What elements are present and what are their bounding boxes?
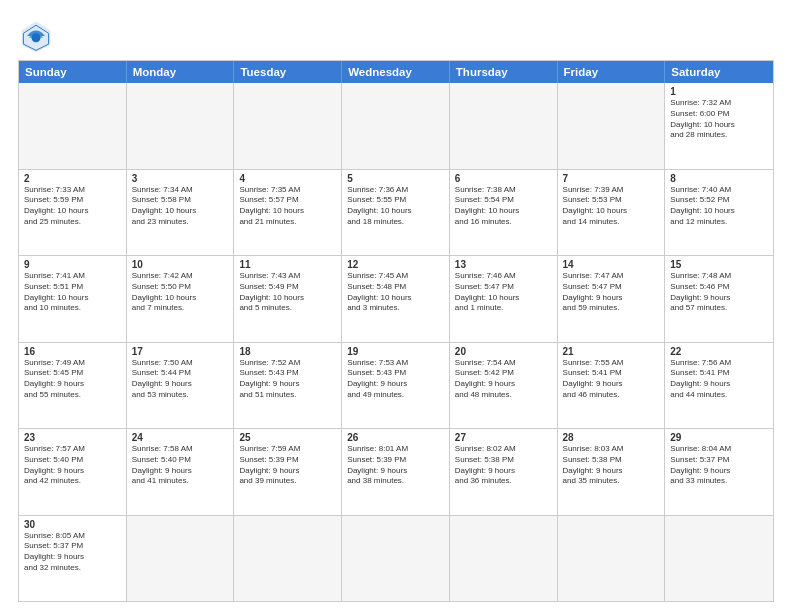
day-cell: 29Sunrise: 8:04 AM Sunset: 5:37 PM Dayli… bbox=[665, 429, 773, 515]
day-cell: 2Sunrise: 7:33 AM Sunset: 5:59 PM Daylig… bbox=[19, 170, 127, 256]
day-cell: 16Sunrise: 7:49 AM Sunset: 5:45 PM Dayli… bbox=[19, 343, 127, 429]
day-number: 8 bbox=[670, 173, 768, 184]
day-info: Sunrise: 7:50 AM Sunset: 5:44 PM Dayligh… bbox=[132, 358, 229, 401]
logo-icon bbox=[18, 18, 54, 54]
day-info: Sunrise: 7:55 AM Sunset: 5:41 PM Dayligh… bbox=[563, 358, 660, 401]
day-info: Sunrise: 7:33 AM Sunset: 5:59 PM Dayligh… bbox=[24, 185, 121, 228]
day-cell bbox=[450, 83, 558, 169]
day-number: 19 bbox=[347, 346, 444, 357]
day-info: Sunrise: 8:05 AM Sunset: 5:37 PM Dayligh… bbox=[24, 531, 121, 574]
day-cell: 20Sunrise: 7:54 AM Sunset: 5:42 PM Dayli… bbox=[450, 343, 558, 429]
calendar: SundayMondayTuesdayWednesdayThursdayFrid… bbox=[18, 60, 774, 602]
logo bbox=[18, 18, 58, 54]
day-number: 25 bbox=[239, 432, 336, 443]
day-number: 5 bbox=[347, 173, 444, 184]
day-info: Sunrise: 8:04 AM Sunset: 5:37 PM Dayligh… bbox=[670, 444, 768, 487]
day-cell bbox=[234, 83, 342, 169]
day-cell: 18Sunrise: 7:52 AM Sunset: 5:43 PM Dayli… bbox=[234, 343, 342, 429]
day-number: 4 bbox=[239, 173, 336, 184]
day-header-friday: Friday bbox=[558, 61, 666, 83]
day-cell: 13Sunrise: 7:46 AM Sunset: 5:47 PM Dayli… bbox=[450, 256, 558, 342]
day-cell: 17Sunrise: 7:50 AM Sunset: 5:44 PM Dayli… bbox=[127, 343, 235, 429]
week-row-1: 1Sunrise: 7:32 AM Sunset: 6:00 PM Daylig… bbox=[19, 83, 773, 170]
day-info: Sunrise: 7:52 AM Sunset: 5:43 PM Dayligh… bbox=[239, 358, 336, 401]
day-info: Sunrise: 7:41 AM Sunset: 5:51 PM Dayligh… bbox=[24, 271, 121, 314]
day-info: Sunrise: 8:01 AM Sunset: 5:39 PM Dayligh… bbox=[347, 444, 444, 487]
day-header-thursday: Thursday bbox=[450, 61, 558, 83]
day-cell: 11Sunrise: 7:43 AM Sunset: 5:49 PM Dayli… bbox=[234, 256, 342, 342]
day-number: 24 bbox=[132, 432, 229, 443]
day-info: Sunrise: 8:02 AM Sunset: 5:38 PM Dayligh… bbox=[455, 444, 552, 487]
day-number: 28 bbox=[563, 432, 660, 443]
calendar-grid: 1Sunrise: 7:32 AM Sunset: 6:00 PM Daylig… bbox=[19, 83, 773, 601]
day-number: 27 bbox=[455, 432, 552, 443]
week-row-3: 9Sunrise: 7:41 AM Sunset: 5:51 PM Daylig… bbox=[19, 256, 773, 343]
day-cell: 6Sunrise: 7:38 AM Sunset: 5:54 PM Daylig… bbox=[450, 170, 558, 256]
day-cell: 9Sunrise: 7:41 AM Sunset: 5:51 PM Daylig… bbox=[19, 256, 127, 342]
day-cell: 8Sunrise: 7:40 AM Sunset: 5:52 PM Daylig… bbox=[665, 170, 773, 256]
week-row-2: 2Sunrise: 7:33 AM Sunset: 5:59 PM Daylig… bbox=[19, 170, 773, 257]
day-number: 16 bbox=[24, 346, 121, 357]
day-header-wednesday: Wednesday bbox=[342, 61, 450, 83]
day-info: Sunrise: 7:42 AM Sunset: 5:50 PM Dayligh… bbox=[132, 271, 229, 314]
day-cell bbox=[234, 516, 342, 602]
day-info: Sunrise: 7:57 AM Sunset: 5:40 PM Dayligh… bbox=[24, 444, 121, 487]
week-row-6: 30Sunrise: 8:05 AM Sunset: 5:37 PM Dayli… bbox=[19, 516, 773, 602]
day-info: Sunrise: 7:54 AM Sunset: 5:42 PM Dayligh… bbox=[455, 358, 552, 401]
day-cell bbox=[19, 83, 127, 169]
day-cell: 7Sunrise: 7:39 AM Sunset: 5:53 PM Daylig… bbox=[558, 170, 666, 256]
day-info: Sunrise: 7:39 AM Sunset: 5:53 PM Dayligh… bbox=[563, 185, 660, 228]
day-number: 14 bbox=[563, 259, 660, 270]
day-number: 29 bbox=[670, 432, 768, 443]
day-info: Sunrise: 7:48 AM Sunset: 5:46 PM Dayligh… bbox=[670, 271, 768, 314]
day-cell: 26Sunrise: 8:01 AM Sunset: 5:39 PM Dayli… bbox=[342, 429, 450, 515]
day-cell: 27Sunrise: 8:02 AM Sunset: 5:38 PM Dayli… bbox=[450, 429, 558, 515]
day-number: 11 bbox=[239, 259, 336, 270]
day-headers: SundayMondayTuesdayWednesdayThursdayFrid… bbox=[19, 61, 773, 83]
day-info: Sunrise: 7:45 AM Sunset: 5:48 PM Dayligh… bbox=[347, 271, 444, 314]
day-info: Sunrise: 7:58 AM Sunset: 5:40 PM Dayligh… bbox=[132, 444, 229, 487]
day-header-monday: Monday bbox=[127, 61, 235, 83]
day-cell: 12Sunrise: 7:45 AM Sunset: 5:48 PM Dayli… bbox=[342, 256, 450, 342]
day-cell bbox=[558, 516, 666, 602]
day-number: 18 bbox=[239, 346, 336, 357]
day-number: 7 bbox=[563, 173, 660, 184]
day-cell: 3Sunrise: 7:34 AM Sunset: 5:58 PM Daylig… bbox=[127, 170, 235, 256]
week-row-4: 16Sunrise: 7:49 AM Sunset: 5:45 PM Dayli… bbox=[19, 343, 773, 430]
day-cell: 30Sunrise: 8:05 AM Sunset: 5:37 PM Dayli… bbox=[19, 516, 127, 602]
day-cell: 15Sunrise: 7:48 AM Sunset: 5:46 PM Dayli… bbox=[665, 256, 773, 342]
day-number: 20 bbox=[455, 346, 552, 357]
day-info: Sunrise: 7:53 AM Sunset: 5:43 PM Dayligh… bbox=[347, 358, 444, 401]
day-cell: 14Sunrise: 7:47 AM Sunset: 5:47 PM Dayli… bbox=[558, 256, 666, 342]
day-cell bbox=[558, 83, 666, 169]
svg-point-2 bbox=[32, 33, 41, 42]
day-cell: 1Sunrise: 7:32 AM Sunset: 6:00 PM Daylig… bbox=[665, 83, 773, 169]
day-cell bbox=[127, 83, 235, 169]
page: SundayMondayTuesdayWednesdayThursdayFrid… bbox=[0, 0, 792, 612]
day-cell: 4Sunrise: 7:35 AM Sunset: 5:57 PM Daylig… bbox=[234, 170, 342, 256]
day-cell bbox=[342, 83, 450, 169]
day-number: 12 bbox=[347, 259, 444, 270]
day-info: Sunrise: 7:40 AM Sunset: 5:52 PM Dayligh… bbox=[670, 185, 768, 228]
day-info: Sunrise: 7:36 AM Sunset: 5:55 PM Dayligh… bbox=[347, 185, 444, 228]
day-number: 10 bbox=[132, 259, 229, 270]
day-info: Sunrise: 7:34 AM Sunset: 5:58 PM Dayligh… bbox=[132, 185, 229, 228]
day-number: 21 bbox=[563, 346, 660, 357]
day-info: Sunrise: 7:43 AM Sunset: 5:49 PM Dayligh… bbox=[239, 271, 336, 314]
day-number: 26 bbox=[347, 432, 444, 443]
day-cell: 25Sunrise: 7:59 AM Sunset: 5:39 PM Dayli… bbox=[234, 429, 342, 515]
day-cell: 22Sunrise: 7:56 AM Sunset: 5:41 PM Dayli… bbox=[665, 343, 773, 429]
day-cell bbox=[127, 516, 235, 602]
day-cell: 10Sunrise: 7:42 AM Sunset: 5:50 PM Dayli… bbox=[127, 256, 235, 342]
day-info: Sunrise: 7:56 AM Sunset: 5:41 PM Dayligh… bbox=[670, 358, 768, 401]
day-info: Sunrise: 7:47 AM Sunset: 5:47 PM Dayligh… bbox=[563, 271, 660, 314]
day-info: Sunrise: 7:49 AM Sunset: 5:45 PM Dayligh… bbox=[24, 358, 121, 401]
day-cell: 19Sunrise: 7:53 AM Sunset: 5:43 PM Dayli… bbox=[342, 343, 450, 429]
day-info: Sunrise: 7:59 AM Sunset: 5:39 PM Dayligh… bbox=[239, 444, 336, 487]
day-cell: 23Sunrise: 7:57 AM Sunset: 5:40 PM Dayli… bbox=[19, 429, 127, 515]
day-cell: 5Sunrise: 7:36 AM Sunset: 5:55 PM Daylig… bbox=[342, 170, 450, 256]
week-row-5: 23Sunrise: 7:57 AM Sunset: 5:40 PM Dayli… bbox=[19, 429, 773, 516]
day-number: 9 bbox=[24, 259, 121, 270]
day-cell bbox=[342, 516, 450, 602]
day-cell: 24Sunrise: 7:58 AM Sunset: 5:40 PM Dayli… bbox=[127, 429, 235, 515]
